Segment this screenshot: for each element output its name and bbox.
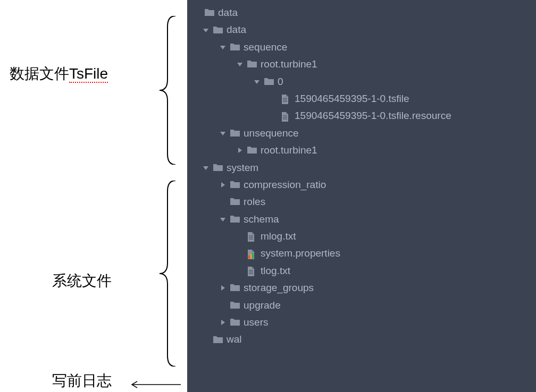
file-tree[interactable]: datadatasequenceroot.turbine101590465459… (187, 0, 536, 392)
tree-item-tlog-txt[interactable]: tlog.txt (191, 262, 536, 279)
tree-item-data[interactable]: data (191, 4, 536, 21)
annotation-wal: 写前日志 (52, 371, 112, 391)
chevron-right-icon[interactable] (219, 319, 227, 326)
folder-icon (247, 59, 257, 69)
tree-item-label: schema (244, 211, 279, 227)
tree-item-label: tlog.txt (261, 263, 290, 279)
folder-icon (230, 318, 240, 327)
folder-icon (247, 146, 257, 155)
folder-icon (230, 129, 240, 138)
annotation-system: 系统文件 (52, 271, 112, 291)
annotation-tsfile: 数据文件TsFile (10, 64, 108, 84)
file-icon (247, 232, 257, 241)
chevron-down-icon[interactable] (219, 130, 227, 137)
chevron-down-icon[interactable] (202, 27, 210, 34)
tree-item-label: unsequence (244, 125, 299, 141)
tree-item-label: 1590465459395-1-0.tsfile.resource (295, 108, 451, 124)
tree-item-compression-ratio[interactable]: compression_ratio (191, 176, 536, 193)
chevron-down-icon[interactable] (253, 78, 261, 86)
folder-icon (204, 8, 215, 18)
tree-item-mlog-txt[interactable]: mlog.txt (191, 228, 536, 245)
tree-item-label: data (218, 5, 238, 21)
folder-icon (230, 215, 240, 224)
chevron-down-icon[interactable] (236, 61, 244, 68)
tree-item-sequence[interactable]: sequence (191, 39, 536, 56)
tree-item-label: mlog.txt (261, 228, 296, 244)
file-icon (281, 112, 291, 121)
tree-item-0[interactable]: 0 (191, 73, 536, 90)
tree-item-upgrade[interactable]: upgrade (191, 297, 536, 314)
folder-icon (264, 77, 274, 87)
tree-item-label: data (227, 22, 246, 38)
tree-item-label: system.properties (261, 245, 340, 261)
tree-item-wal[interactable]: wal (191, 331, 536, 348)
tree-item-root-turbine1[interactable]: root.turbine1 (191, 142, 536, 159)
folder-icon (230, 197, 240, 207)
chevron-down-icon[interactable] (219, 44, 227, 51)
folder-icon (230, 301, 240, 310)
tree-item-unsequence[interactable]: unsequence (191, 125, 536, 142)
tree-item-label: 1590465459395-1-0.tsfile (295, 91, 409, 107)
tree-item-1590465459395-1-0-tsfile-resource[interactable]: 1590465459395-1-0.tsfile.resource (191, 107, 536, 124)
tree-item-label: roles (244, 194, 265, 210)
tree-item-label: root.turbine1 (261, 56, 317, 72)
tree-item-roles[interactable]: roles (191, 193, 536, 210)
folder-icon (213, 163, 223, 173)
tree-item-1590465459395-1-0-tsfile[interactable]: 1590465459395-1-0.tsfile (191, 90, 536, 107)
tree-item-label: sequence (244, 39, 287, 55)
tree-item-root-turbine1[interactable]: root.turbine1 (191, 56, 536, 73)
tree-item-storage-groups[interactable]: storage_groups (191, 279, 536, 296)
brace-icon (149, 181, 181, 367)
properties-file-icon (247, 249, 257, 259)
tree-item-label: 0 (278, 74, 283, 90)
tree-item-label: storage_groups (244, 280, 314, 296)
tree-item-label: root.turbine1 (261, 142, 317, 158)
file-icon (247, 266, 257, 276)
tree-item-label: users (244, 314, 268, 330)
folder-icon (213, 25, 223, 35)
tree-item-label: compression_ratio (244, 177, 326, 193)
tree-item-data[interactable]: data (191, 21, 536, 38)
tree-item-system-properties[interactable]: system.properties (191, 245, 536, 262)
chevron-down-icon[interactable] (219, 216, 227, 223)
chevron-right-icon[interactable] (219, 181, 227, 189)
chevron-right-icon[interactable] (236, 147, 244, 154)
tree-item-users[interactable]: users (191, 314, 536, 331)
chevron-right-icon[interactable] (219, 284, 227, 292)
tree-item-label: system (227, 160, 258, 176)
tree-item-label: wal (227, 331, 242, 347)
file-icon (281, 94, 291, 104)
tree-item-label: upgrade (244, 297, 281, 313)
folder-icon (230, 180, 240, 190)
folder-icon (213, 335, 223, 345)
annotation-panel: 数据文件TsFile 系统文件 写前日志 (0, 0, 187, 392)
tree-item-schema[interactable]: schema (191, 211, 536, 228)
folder-icon (230, 283, 240, 293)
chevron-down-icon[interactable] (202, 164, 210, 172)
arrow-icon (128, 379, 181, 390)
tree-item-system[interactable]: system (191, 159, 536, 176)
brace-icon (149, 16, 181, 165)
folder-icon (230, 42, 240, 52)
